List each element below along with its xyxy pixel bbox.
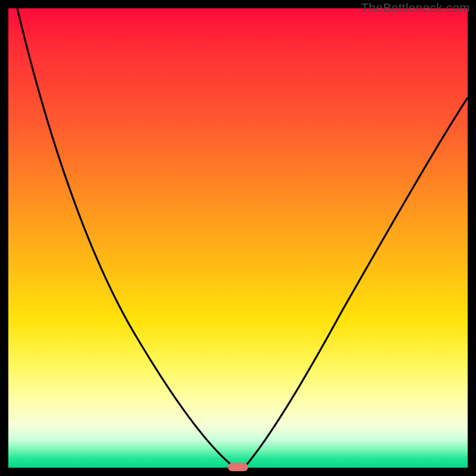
- bottleneck-curve: [8, 8, 468, 468]
- watermark-label: TheBottleneck.com: [361, 1, 470, 15]
- plot-area: [8, 8, 468, 468]
- chart-frame: TheBottleneck.com: [0, 0, 476, 476]
- optimal-marker: [228, 463, 248, 471]
